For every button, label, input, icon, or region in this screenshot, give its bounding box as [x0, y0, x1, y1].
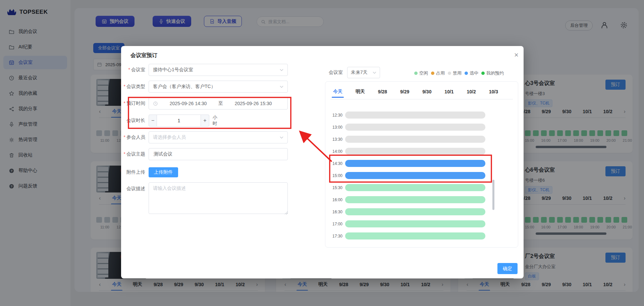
slot-bar-selected[interactable] — [345, 160, 485, 167]
day-tab-10/2[interactable]: 10/2 — [467, 89, 476, 94]
confirm-button[interactable]: 确定 — [497, 263, 518, 274]
chevron-down-icon — [280, 69, 283, 71]
close-icon[interactable]: × — [513, 49, 520, 61]
meeting-type-label: *会议类型 — [121, 84, 145, 90]
booking-modal: 会议室预订 × *会议室 接待中心1号会议室 *会议类型 客户会（客户来访、客户… — [121, 46, 524, 278]
slot-row-13:00: 13:00 — [329, 124, 485, 131]
day-tabs: 今天明天9/289/299/3010/110/210/3 — [333, 87, 498, 97]
upload-label: 附件上传 — [121, 169, 145, 175]
time-slot-list: 12:3013:0013:3014:0014:3015:0015:3016:00… — [329, 112, 485, 245]
legend-dot — [481, 72, 485, 75]
slot-bar-free[interactable] — [345, 220, 485, 227]
slot-row-16:00: 16:00 — [329, 196, 485, 203]
clock-icon — [153, 101, 158, 106]
slot-bar-selected[interactable] — [345, 172, 485, 179]
legend-item-空闲: 空闲 — [414, 70, 428, 76]
day-tab-10/1[interactable]: 10/1 — [444, 89, 453, 94]
minus-button[interactable]: − — [149, 115, 157, 127]
slot-bar-free[interactable] — [345, 208, 485, 215]
legend-label: 选中 — [470, 70, 478, 76]
day-tab-9/29[interactable]: 9/29 — [400, 89, 409, 94]
attendees-placeholder: 请选择参会人员 — [153, 134, 186, 140]
slot-bar-disabled[interactable] — [345, 136, 485, 143]
slot-time-label: 15:00 — [329, 173, 342, 178]
slot-status-legend: 空闲占用禁用选中我的预约 — [414, 70, 504, 76]
legend-label: 空闲 — [419, 70, 428, 76]
booking-time-range[interactable]: 2025-09-26 14:30 至 2025-09-26 15:30 — [149, 97, 288, 110]
description-textarea[interactable] — [149, 182, 288, 214]
subject-label: *会议主题 — [121, 151, 145, 157]
legend-item-我的预约: 我的预约 — [481, 70, 504, 76]
booking-time-label: *预订时间 — [121, 100, 145, 106]
legend-dot — [465, 72, 468, 75]
room-select-value: 接待中心1号会议室 — [153, 67, 193, 73]
slot-row-14:30: 14:30 — [329, 160, 485, 167]
slot-row-15:30: 15:30 — [329, 184, 485, 191]
slot-list-scrollbar[interactable] — [492, 180, 494, 210]
slot-row-14:00: 14:00 — [329, 148, 485, 155]
subject-input[interactable] — [153, 151, 283, 157]
day-tabs-track — [330, 99, 513, 99]
day-tab-今天[interactable]: 今天 — [333, 89, 342, 95]
chevron-down-icon — [280, 86, 283, 88]
slot-bar-free[interactable] — [345, 232, 485, 239]
start-time-value[interactable]: 2025-09-26 14:30 — [158, 101, 218, 106]
slot-time-label: 16:00 — [329, 198, 342, 202]
end-time-value[interactable]: 2025-09-26 15:30 — [223, 101, 283, 106]
day-tab-9/28[interactable]: 9/28 — [378, 89, 387, 94]
legend-item-选中: 选中 — [465, 70, 478, 76]
slot-bar-free[interactable] — [345, 196, 485, 203]
slot-bar-disabled[interactable] — [345, 124, 485, 131]
legend-label: 禁用 — [453, 70, 462, 76]
chevron-down-icon — [280, 136, 283, 139]
slot-time-label: 17:30 — [329, 234, 342, 238]
legend-item-占用: 占用 — [431, 70, 445, 76]
description-label: 会议描述 — [121, 186, 145, 192]
range-select[interactable]: 未来7天 — [347, 67, 380, 78]
slot-row-17:30: 17:30 — [329, 232, 485, 239]
legend-label: 占用 — [436, 70, 445, 76]
duration-stepper: − + 小时 — [149, 115, 220, 127]
day-tab-10/3[interactable]: 10/3 — [489, 89, 498, 94]
legend-dot — [448, 72, 451, 75]
modal-title: 会议室预订 — [130, 52, 157, 59]
plus-button[interactable]: + — [201, 115, 209, 127]
slot-time-label: 15:30 — [329, 185, 342, 190]
slot-time-label: 14:30 — [329, 161, 342, 166]
time-range-separator: 至 — [218, 100, 223, 106]
slot-bar-free[interactable] — [345, 184, 485, 191]
slot-row-16:30: 16:30 — [329, 208, 485, 215]
slot-row-13:30: 13:30 — [329, 136, 485, 143]
room-label: *会议室 — [121, 67, 145, 73]
legend-item-禁用: 禁用 — [448, 70, 462, 76]
subject-field — [149, 148, 288, 160]
slot-time-label: 12:30 — [329, 113, 342, 118]
attendees-label: *参会人员 — [121, 134, 145, 140]
panel-room-label: 会议室 — [329, 70, 343, 76]
duration-label: 会议时长 — [121, 118, 145, 124]
app-root: TOPSEEK 我的会议AI纪要会议室最近会议我的收藏我的分享声纹管理热词管理回… — [0, 0, 644, 306]
range-select-value: 未来7天 — [351, 70, 368, 76]
room-select[interactable]: 接待中心1号会议室 — [149, 64, 288, 76]
slot-time-label: 13:30 — [329, 137, 342, 142]
day-tab-9/30[interactable]: 9/30 — [422, 89, 431, 94]
slot-row-15:00: 15:00 — [329, 172, 485, 179]
slot-row-12:30: 12:30 — [329, 112, 485, 119]
duration-input[interactable] — [157, 115, 201, 127]
textarea-resize-handle[interactable] — [285, 211, 288, 214]
slot-time-label: 14:00 — [329, 149, 342, 154]
slot-time-label: 17:00 — [329, 222, 342, 226]
slot-time-label: 13:00 — [329, 125, 342, 130]
meeting-type-value: 客户会（客户来访、客户TC） — [153, 84, 216, 90]
slot-bar-disabled[interactable] — [345, 148, 485, 155]
chevron-down-icon — [373, 72, 376, 74]
meeting-type-select[interactable]: 客户会（客户来访、客户TC） — [149, 81, 288, 93]
slot-time-label: 16:30 — [329, 210, 342, 214]
attendees-select[interactable]: 请选择参会人员 — [149, 131, 288, 143]
slot-row-17:00: 17:00 — [329, 220, 485, 227]
legend-label: 我的预约 — [486, 70, 504, 76]
upload-attachment-button[interactable]: 上传附件 — [149, 167, 178, 177]
day-tab-明天[interactable]: 明天 — [356, 89, 365, 95]
duration-unit: 小时 — [213, 115, 220, 127]
slot-bar-disabled[interactable] — [345, 112, 485, 119]
